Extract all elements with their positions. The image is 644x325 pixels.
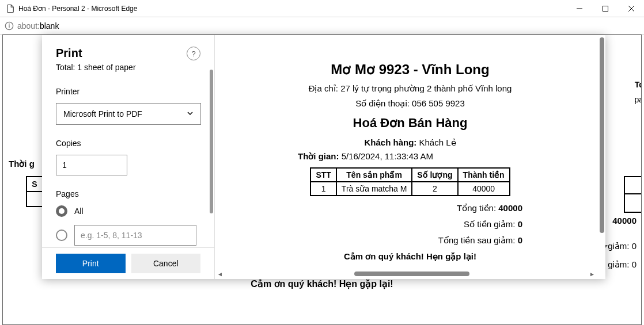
store-phone: Số điện thoại: 056 505 9923 [231, 98, 589, 109]
bg-after-line: giảm: 0 [608, 259, 637, 270]
preview-horizontal-scrollbar[interactable]: ◄ ► [216, 270, 596, 278]
window-titlebar: Hoá Đơn - Personal 2 - Microsoft Edge [0, 0, 644, 17]
sheet-count: Total: 1 sheet of paper [56, 63, 200, 72]
table-row: 1 Trà sữa matcha M 2 40000 [310, 182, 509, 196]
radio-unselected-icon [56, 230, 67, 241]
col-qty: Số lượng [412, 168, 457, 182]
pages-range-input[interactable] [74, 225, 196, 246]
bg-discount-line: giảm: 0 [602, 241, 637, 251]
svg-point-6 [9, 24, 10, 24]
page-content: Tc pa Thời g S 40000 giảm: 0 giảm: 0 Cảm… [2, 35, 642, 325]
print-settings-panel: Print ? Total: 1 sheet of paper Printer … [42, 35, 215, 279]
svg-rect-1 [603, 6, 608, 11]
bg-frag: Tc [635, 80, 641, 89]
table-header-row: STT Tên sản phẩm Số lượng Thành tiền [310, 168, 509, 182]
horizontal-scroll-thumb[interactable] [354, 272, 469, 276]
copies-input[interactable] [56, 155, 127, 175]
col-stt: STT [310, 168, 336, 182]
minimize-button[interactable] [566, 0, 592, 17]
pages-all-label: All [74, 207, 84, 216]
scroll-left-arrow[interactable]: ◄ [216, 270, 224, 278]
page-icon [6, 4, 15, 13]
bg-table-right [624, 176, 641, 213]
thanks-message: Cảm ơn quý khách! Hẹn gặp lại! [231, 251, 589, 262]
col-name: Tên sản phẩm [336, 168, 412, 182]
close-button[interactable] [618, 0, 644, 17]
print-preview: Mơ Mơ 9923 - Vĩnh Long Địa chỉ: 27 lý tự… [215, 35, 605, 279]
bg-frag: pa [634, 95, 641, 104]
preview-vertical-scrollbar[interactable] [600, 37, 604, 233]
time-row: Thời gian: 5/16/2024, 11:33:43 AM [298, 151, 589, 162]
preview-page: Mơ Mơ 9923 - Vĩnh Long Địa chỉ: 27 lý tự… [231, 62, 589, 262]
discount-row: Số tiền giảm: 0 [231, 219, 522, 230]
pages-label: Pages [56, 189, 200, 198]
settings-body: Print ? Total: 1 sheet of paper Printer … [42, 35, 214, 247]
total-row: Tổng tiền: 40000 [231, 203, 522, 213]
radio-selected-icon [56, 205, 67, 217]
dialog-footer: Print Cancel [42, 247, 214, 279]
printer-value: Microsoft Print to PDF [63, 109, 142, 118]
settings-scrollbar[interactable] [210, 70, 213, 213]
printer-select[interactable]: Microsoft Print to PDF [56, 103, 201, 125]
scroll-right-arrow[interactable]: ► [588, 270, 596, 278]
customer-row: Khách hàng: Khách Lẻ [231, 137, 589, 148]
printer-label: Printer [56, 87, 200, 96]
cancel-button[interactable]: Cancel [131, 254, 201, 273]
items-table: STT Tên sản phẩm Số lượng Thành tiền 1 T… [310, 167, 510, 196]
col-amount: Thành tiền [458, 168, 510, 182]
bg-table-fragment: S [26, 176, 43, 207]
store-address: Địa chỉ: 27 lý tự trọng phường 2 thành p… [231, 83, 589, 94]
window-title: Hoá Đơn - Personal 2 - Microsoft Edge [18, 5, 566, 13]
store-name: Mơ Mơ 9923 - Vĩnh Long [231, 62, 589, 78]
bg-thanks: Cảm ơn quý khách! Hẹn gặp lại! [3, 278, 641, 289]
url-text: about:blank [17, 21, 59, 30]
pages-all-option[interactable]: All [56, 205, 200, 217]
window-controls [566, 0, 644, 17]
pages-range-option[interactable] [56, 225, 200, 246]
print-button[interactable]: Print [56, 254, 126, 273]
copies-label: Copies [56, 139, 200, 148]
totals-block: Tổng tiền: 40000 Số tiền giảm: 0 Tổng ti… [231, 203, 589, 246]
help-button[interactable]: ? [187, 47, 200, 60]
after-discount-row: Tổng tiền sau giảm: 0 [231, 235, 522, 246]
print-dialog: Print ? Total: 1 sheet of paper Printer … [42, 35, 605, 279]
dialog-title: Print [56, 47, 82, 60]
bg-total: 40000 [612, 216, 637, 225]
info-icon [5, 21, 14, 30]
maximize-button[interactable] [592, 0, 618, 17]
address-bar[interactable]: about:blank [0, 17, 644, 35]
invoice-heading: Hoá Đơn Bán Hàng [231, 116, 589, 131]
chevron-down-icon [187, 109, 194, 118]
bg-time-label: Thời g [9, 159, 35, 169]
